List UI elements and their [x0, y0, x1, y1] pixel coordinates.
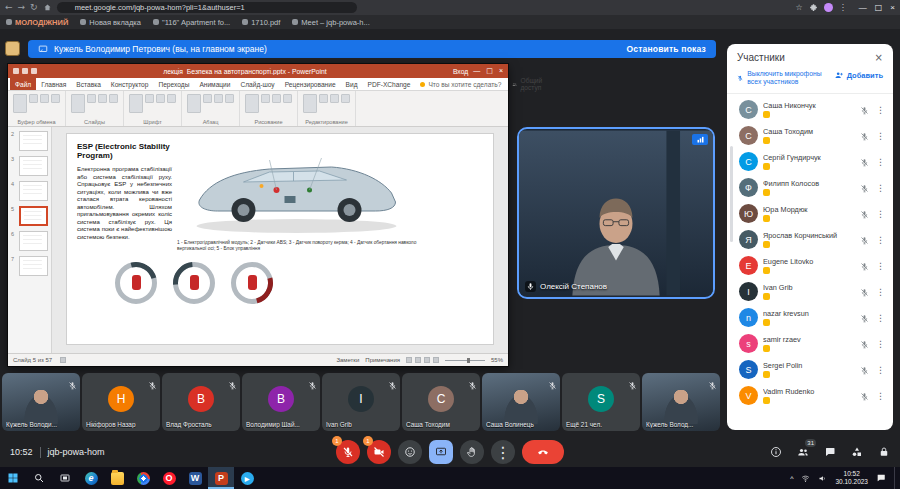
taskbar-search-icon[interactable] — [26, 467, 52, 489]
more-options-icon[interactable]: ⋮ — [874, 313, 887, 323]
ribbon-tab[interactable]: Файл — [10, 78, 36, 90]
participant-row[interactable]: Я Ярослав Корчинський ⋮ — [739, 227, 887, 253]
host-controls-button[interactable] — [878, 446, 890, 458]
meeting-details-button[interactable] — [770, 446, 782, 458]
bookmark-item[interactable]: Meet – jqb-powa-h... — [292, 18, 369, 27]
slide-thumbnail[interactable]: 5 — [11, 206, 48, 226]
taskbar-app-icon[interactable]: W — [182, 467, 208, 489]
participant-tile[interactable]: Н Нікіфоров Назар — [82, 373, 160, 431]
ppt-minimize-button[interactable]: — — [473, 67, 480, 75]
ribbon-group[interactable]: Рисование — [240, 91, 298, 126]
ribbon-tab[interactable]: Анимации — [194, 78, 235, 90]
notes-button[interactable]: Заметки — [336, 357, 359, 363]
slide-thumbnail[interactable]: 2 — [11, 131, 48, 151]
ribbon-group[interactable]: Абзац — [182, 91, 240, 126]
mic-off-icon[interactable] — [860, 257, 869, 275]
taskbar-clock[interactable]: 10:52 30.10.2023 — [835, 470, 868, 486]
more-options-icon[interactable]: ⋮ — [874, 209, 887, 219]
zoom-slider[interactable] — [445, 360, 485, 361]
more-options-icon[interactable]: ⋮ — [874, 391, 887, 401]
comments-button[interactable]: Примечания — [365, 357, 400, 363]
chat-button[interactable] — [824, 446, 836, 458]
profile-avatar[interactable] — [824, 3, 833, 12]
slide-thumbnail[interactable]: 4 — [11, 181, 48, 201]
ribbon-tab[interactable]: Вставка — [71, 78, 106, 90]
bookmark-item[interactable]: 1710.pdf — [242, 18, 280, 27]
view-switcher[interactable] — [406, 357, 439, 363]
spellcheck-icon[interactable] — [60, 357, 66, 363]
minimize-button[interactable]: — — [859, 3, 867, 12]
participant-tile[interactable]: С Саша Волинець — [482, 373, 560, 431]
mute-all-button[interactable]: Выключить микрофоны всех участников — [737, 70, 828, 86]
reload-icon[interactable]: ↻ — [30, 3, 38, 12]
mic-button[interactable]: 1 — [336, 440, 360, 464]
ppt-maximize-button[interactable]: □ — [486, 67, 493, 75]
mic-off-icon[interactable] — [860, 283, 869, 301]
volume-icon[interactable] — [818, 474, 827, 483]
ribbon-tab[interactable]: Переходы — [153, 78, 194, 90]
share-button[interactable]: Общий доступ — [506, 78, 552, 90]
participant-row[interactable]: Ф Филипп Колосов ⋮ — [739, 175, 887, 201]
participant-tile[interactable]: В Влад Фросталь — [162, 373, 240, 431]
taskbar-app-icon[interactable]: ▶ — [234, 467, 260, 489]
taskbar-app-icon[interactable] — [130, 467, 156, 489]
participant-row[interactable]: С Саша Никончук ⋮ — [739, 97, 887, 123]
close-panel-icon[interactable]: × — [875, 52, 883, 63]
mic-off-icon[interactable] — [860, 153, 869, 171]
ppt-titlebar[interactable]: лекція_Безпека на автотранспорті.pptx - … — [8, 64, 508, 78]
taskbar-app-icon[interactable]: O — [156, 467, 182, 489]
panel-scrollbar[interactable] — [730, 146, 733, 242]
home-icon[interactable] — [43, 3, 52, 12]
ribbon-group[interactable]: Слайды — [66, 91, 124, 126]
back-icon[interactable]: ← — [5, 3, 13, 12]
activities-button[interactable] — [851, 446, 863, 458]
ppt-signin[interactable]: Вход — [453, 68, 468, 75]
more-options-icon[interactable]: ⋮ — [874, 339, 887, 349]
quick-access-toolbar[interactable] — [13, 68, 37, 74]
raise-hand-button[interactable] — [460, 440, 484, 464]
wifi-icon[interactable] — [801, 474, 810, 483]
mic-off-icon[interactable] — [860, 309, 869, 327]
ribbon-tab[interactable]: Слайд-шоу — [235, 78, 279, 90]
ribbon-tab[interactable]: Рецензирование — [280, 78, 341, 90]
participant-tile[interactable]: S Ещё 21 чел. — [562, 373, 640, 431]
action-center-icon[interactable] — [876, 473, 886, 483]
taskbar-app-icon[interactable] — [104, 467, 130, 489]
browser-menu-icon[interactable]: ⋮ — [839, 3, 847, 12]
participant-tile[interactable]: I Ivan Grib — [322, 373, 400, 431]
participant-row[interactable]: С Саша Тоходим ⋮ — [739, 123, 887, 149]
present-screen-button[interactable] — [429, 440, 453, 464]
bookmark-item[interactable]: Новая вкладка — [80, 18, 141, 27]
participant-row[interactable]: С Сергій Гундирчук ⋮ — [739, 149, 887, 175]
mic-off-icon[interactable] — [860, 231, 869, 249]
mic-off-icon[interactable] — [860, 335, 869, 353]
bookmark-star-icon[interactable]: ☆ — [796, 3, 803, 12]
mic-off-icon[interactable] — [860, 101, 869, 119]
taskbar-app-icon[interactable]: P — [208, 467, 234, 489]
show-desktop-button[interactable] — [894, 467, 897, 489]
mic-off-icon[interactable] — [860, 361, 869, 379]
more-options-icon[interactable]: ⋮ — [874, 105, 887, 115]
slide-thumbnail[interactable]: 6 — [11, 231, 48, 251]
extensions-icon[interactable] — [809, 3, 818, 12]
mic-off-icon[interactable] — [860, 387, 869, 405]
mic-off-icon[interactable] — [860, 127, 869, 145]
more-options-icon[interactable]: ⋮ — [874, 287, 887, 297]
task-view-icon[interactable] — [52, 467, 78, 489]
tray-expand-icon[interactable]: ^ — [790, 475, 793, 482]
more-options-icon[interactable]: ⋮ — [874, 365, 887, 375]
participant-row[interactable]: V Vadim Rudenko ⋮ — [739, 383, 887, 409]
slide-thumbnail[interactable]: 3 — [11, 156, 48, 176]
participant-row[interactable]: S Sergei Polin ⋮ — [739, 357, 887, 383]
participant-row[interactable]: Ю Юра Мордюк ⋮ — [739, 201, 887, 227]
more-options-icon[interactable]: ⋮ — [874, 131, 887, 141]
participant-row[interactable]: s samir rzaev ⋮ — [739, 331, 887, 357]
more-options-button[interactable]: ⋮ — [491, 440, 515, 464]
more-options-icon[interactable]: ⋮ — [874, 235, 887, 245]
bookmark-item[interactable]: "116" Apartment fo... — [153, 18, 230, 27]
start-button[interactable] — [0, 467, 26, 489]
more-options-icon[interactable]: ⋮ — [874, 261, 887, 271]
participant-row[interactable]: E Eugene Litovko ⋮ — [739, 253, 887, 279]
zoom-level[interactable]: 55% — [491, 357, 503, 363]
more-options-icon[interactable]: ⋮ — [874, 157, 887, 167]
